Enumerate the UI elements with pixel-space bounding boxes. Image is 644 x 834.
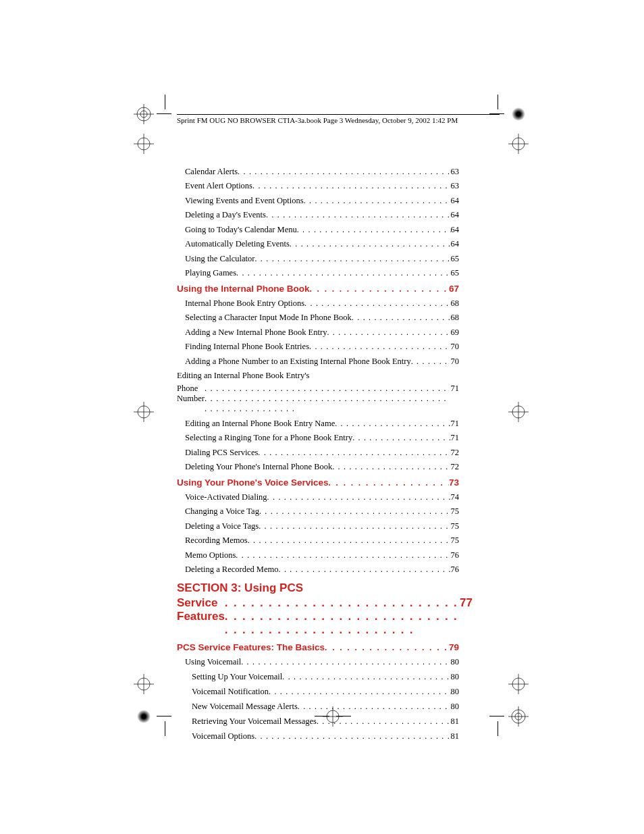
toc-entry-title: Selecting a Character Input Mode In Phon…: [185, 313, 352, 323]
leader-dots: [254, 731, 450, 741]
leader-dots: [205, 384, 451, 414]
toc-entry-page: 81: [451, 716, 460, 727]
toc-entry-page: 71: [451, 419, 460, 429]
toc-entry-title: Phone Number: [177, 384, 205, 404]
toc-entry-page: 80: [451, 657, 460, 667]
reg-mark-icon: [508, 104, 529, 124]
toc-entry-title: Using the Calculator: [185, 254, 254, 264]
toc-entry-page: 81: [451, 731, 460, 741]
leader-dots: [335, 419, 450, 429]
crop-line: [489, 716, 504, 716]
toc-entry: Deleting a Recorded Memo76: [177, 565, 459, 575]
toc-entry-page: 80: [451, 672, 460, 682]
toc-entry: Using Voicemail80: [177, 657, 459, 667]
toc-entry-page: 68: [451, 313, 460, 323]
toc-entry-title: Memo Options: [185, 550, 236, 561]
toc-entry: Event Alert Options63: [177, 181, 459, 191]
toc-entry-page: 64: [451, 239, 460, 249]
toc-entry-title: Voice-Activated Dialing: [185, 492, 267, 502]
leader-dots: [304, 196, 451, 206]
toc-entry-title: Editing an Internal Phone Book Entry Nam…: [185, 419, 335, 429]
crop-line: [157, 716, 171, 716]
crosshair-icon: [134, 674, 154, 694]
toc-entry: Deleting Your Phone's Internal Phone Boo…: [177, 462, 459, 472]
toc-entry: Voice-Activated Dialing74: [177, 492, 459, 502]
toc-entry-title: Dialing PCS Services: [185, 448, 258, 458]
toc-entry: Changing a Voice Tag75: [177, 506, 459, 517]
toc-entry-page: 65: [451, 254, 460, 264]
toc-entry: New Voicemail Message Alerts80: [177, 702, 459, 712]
toc-entry-title: Editing an Internal Phone Book Entry's: [177, 371, 459, 381]
crosshair-icon: [508, 674, 529, 694]
toc-entry: Voicemail Notification80: [177, 687, 459, 697]
toc-entry-page: 65: [451, 268, 460, 278]
toc-entry-title: Automatically Deleting Events: [185, 239, 290, 249]
crop-line: [157, 113, 171, 114]
toc-entry-title: Setting Up Your Voicemail: [192, 672, 282, 682]
toc-entry-title: Deleting a Voice Tags: [185, 521, 259, 531]
leader-dots: [267, 492, 451, 502]
toc-entry-title: Going to Today's Calendar Menu: [185, 225, 297, 235]
leader-dots: [266, 210, 451, 220]
leader-dots: [259, 506, 451, 517]
toc-entry-title: Voicemail Options: [192, 731, 254, 741]
reg-mark-icon: [134, 104, 154, 124]
toc-entry-title: Voicemail Notification: [192, 687, 269, 697]
toc-entry: Recording Memos75: [177, 536, 459, 546]
toc-entry: Playing Games65: [177, 268, 459, 278]
leader-dots: [411, 357, 451, 367]
toc-entry-page: 64: [451, 210, 460, 220]
toc-chapter-page: 79: [449, 642, 459, 652]
leader-dots: [304, 298, 450, 309]
toc-entry: Editing an Internal Phone Book Entry'sPh…: [177, 371, 459, 414]
toc-entry: Selecting a Ringing Tone for a Phone Boo…: [177, 433, 459, 443]
leader-dots: [238, 167, 450, 177]
leader-dots: [352, 313, 451, 323]
crop-line: [165, 95, 165, 109]
toc-entry-page: 69: [451, 328, 460, 338]
running-header: Sprint FM OUG NO BROWSER CTIA-3a.book Pa…: [177, 116, 458, 124]
toc-entry-page: 63: [451, 167, 460, 177]
toc-entry-title: Calendar Alerts: [185, 167, 238, 177]
toc-entry: Deleting a Voice Tags75: [177, 521, 459, 531]
toc-chapter-title: PCS Service Features: The Basics: [177, 642, 325, 652]
leader-dots: [325, 643, 449, 652]
leader-dots: [258, 448, 450, 458]
toc-entry: Editing an Internal Phone Book Entry Nam…: [177, 419, 459, 429]
toc-entry-title: Selecting a Ringing Tone for a Phone Boo…: [185, 433, 352, 443]
toc-entry-title: Deleting a Day's Events: [185, 210, 266, 220]
crop-line: [165, 721, 165, 736]
toc-entry: Retrieving Your Voicemail Messages81: [177, 716, 459, 727]
crosshair-icon: [508, 402, 529, 422]
leader-dots: [352, 433, 450, 443]
toc-entry-page: 80: [451, 687, 460, 697]
toc-entry-title: Event Alert Options: [185, 181, 252, 191]
toc-entry: Deleting a Day's Events64: [177, 210, 459, 220]
toc-entry-page: 64: [451, 196, 460, 206]
leader-dots: [252, 181, 451, 191]
toc-entry-title: Playing Games: [185, 268, 236, 278]
toc-entry-page: 64: [451, 225, 460, 235]
toc-section-page: 77: [460, 596, 473, 610]
toc-entry-title: Deleting a Recorded Memo: [185, 565, 279, 575]
toc-entry-page: 80: [451, 702, 460, 712]
toc-entry-title: Deleting Your Phone's Internal Phone Boo…: [185, 462, 332, 472]
leader-dots: [309, 342, 450, 352]
leader-dots: [269, 687, 451, 697]
toc-entry-page: 75: [451, 536, 460, 546]
toc-entry: Using the Calculator65: [177, 254, 459, 264]
toc-entry: Memo Options76: [177, 550, 459, 561]
toc-entry-page: 76: [451, 565, 460, 575]
leader-dots: [241, 657, 450, 667]
toc-entry: Adding a Phone Number to an Existing Int…: [177, 357, 459, 367]
svg-point-23: [137, 710, 151, 723]
leader-dots: [290, 239, 451, 249]
toc-section-title: SECTION 3: Using PCS: [177, 581, 473, 595]
toc-entry-page: 71: [451, 433, 460, 443]
leader-dots: [259, 521, 450, 531]
leader-dots: [327, 328, 450, 338]
toc-entry-title: Recording Memos: [185, 536, 248, 546]
leader-dots: [297, 225, 451, 235]
toc-entry-title: Viewing Events and Event Options: [185, 196, 304, 206]
leader-dots: [254, 254, 450, 264]
